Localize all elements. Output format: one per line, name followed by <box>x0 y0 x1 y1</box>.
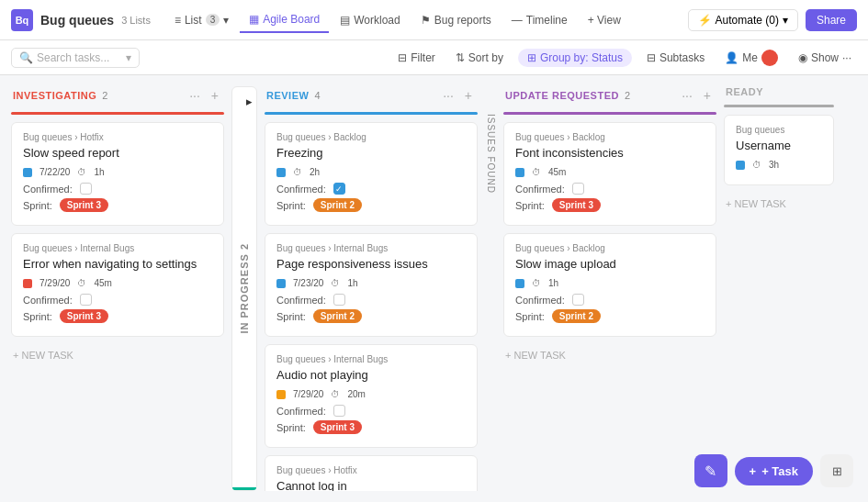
top-nav: Bq Bug queues 3 Lists ≡ List 3 ▾ ▦ Agile… <box>0 0 868 40</box>
tab-timeline[interactable]: — Timeline <box>502 8 577 32</box>
share-button[interactable]: Share <box>806 9 857 31</box>
confirmed-checkbox[interactable] <box>80 183 92 195</box>
col-title-ready: READY <box>726 86 763 97</box>
new-task-update-requested[interactable]: + NEW TASK <box>503 344 716 366</box>
card-title: Font inconsistencies <box>515 146 705 160</box>
me-button[interactable]: 👤 Me <box>719 47 783 69</box>
subtasks-button[interactable]: ⊟ Subtasks <box>641 49 710 67</box>
list-badge: 3 <box>206 14 220 26</box>
workload-icon: ▤ <box>340 14 350 27</box>
sprint-badge: Sprint 3 <box>60 198 108 212</box>
col-actions-review: ··· + <box>439 86 476 105</box>
expand-in-progress[interactable]: ▸ <box>246 95 253 108</box>
card-time: 1h <box>94 167 104 177</box>
card-sprint-row: Sprint: Sprint 3 <box>23 198 212 212</box>
show-icon: ◉ <box>798 51 807 64</box>
clock-icon: ⏱ <box>77 278 86 288</box>
automate-label: Automate (0) <box>716 14 779 27</box>
priority-flag <box>515 168 524 177</box>
search-icon: 🔍 <box>19 51 33 64</box>
card-audio-not-playing[interactable]: Bug queues › Internal Bugs Audio not pla… <box>265 344 478 448</box>
priority-flag <box>276 168 286 177</box>
col-more-update-requested[interactable]: ··· <box>678 86 696 105</box>
card-time: 3h <box>769 160 779 170</box>
search-box[interactable]: 🔍 Search tasks... ▾ <box>11 48 140 68</box>
show-button[interactable]: ◉ Show ··· <box>793 49 857 67</box>
subtasks-label: Subtasks <box>659 51 705 64</box>
priority-flag <box>276 390 286 399</box>
col-add-investigating[interactable]: + <box>208 86 222 105</box>
card-page-responsiveness[interactable]: Bug queues › Internal Bugs Page responsi… <box>265 233 478 337</box>
tab-agile-label: Agile Board <box>263 13 320 26</box>
card-title: Page responsiveness issues <box>276 257 466 271</box>
tab-add-view[interactable]: + View <box>579 8 630 32</box>
card-time: 2h <box>310 167 320 177</box>
card-time: 45m <box>94 278 111 288</box>
filter-button[interactable]: ⊟ Filter <box>392 49 441 67</box>
search-chevron: ▾ <box>126 51 131 64</box>
card-meta: 7/23/20 ⏱ 1h <box>276 278 466 288</box>
bug-reports-icon: ⚑ <box>421 14 431 27</box>
me-label: Me <box>742 51 758 64</box>
col-more-investigating[interactable]: ··· <box>186 86 204 105</box>
card-slow-speed-report[interactable]: Bug queues › Hotfix Slow speed report 7/… <box>11 122 224 226</box>
confirmed-checkbox[interactable] <box>80 294 92 306</box>
new-task-ready[interactable]: + NEW TASK <box>724 193 834 215</box>
tab-agile-board[interactable]: ▦ Agile Board <box>240 7 329 33</box>
card-username[interactable]: Bug queues Username ⏱ 3h <box>724 115 834 185</box>
col-more-review[interactable]: ··· <box>439 86 457 105</box>
col-add-update-requested[interactable]: + <box>700 86 715 105</box>
fab-grid-button[interactable]: ⊞ <box>820 454 853 487</box>
col-title-investigating: INVESTIGATING <box>13 90 96 101</box>
sort-button[interactable]: ⇅ Sort by <box>450 49 509 67</box>
col-add-review[interactable]: + <box>461 86 476 105</box>
priority-flag <box>23 279 32 288</box>
board: INVESTIGATING 2 ··· + Bug queues › Hotfi… <box>0 75 868 502</box>
subtasks-icon: ⊟ <box>647 51 656 64</box>
confirmed-checkbox[interactable] <box>572 294 584 306</box>
add-view-label: + View <box>588 14 621 27</box>
card-path: Bug queues › Backlog <box>515 132 705 142</box>
card-error-navigating[interactable]: Bug queues › Internal Bugs Error when na… <box>11 233 224 337</box>
col-divider-ready <box>724 105 834 107</box>
col-header-investigating: INVESTIGATING 2 ··· + <box>11 86 224 105</box>
fab-edit-button[interactable]: ✎ <box>694 454 727 487</box>
col-count-review: 4 <box>314 90 320 101</box>
card-path: Bug queues › Internal Bugs <box>23 243 212 253</box>
tab-timeline-label: Timeline <box>526 14 568 27</box>
card-cannot-log-in[interactable]: Bug queues › Hotfix Cannot log in 7/24/2… <box>265 455 478 491</box>
sprint-label: Sprint: <box>23 311 52 322</box>
col-header-ready: READY <box>724 86 834 97</box>
card-font-inconsistencies[interactable]: Bug queues › Backlog Font inconsistencie… <box>503 122 716 226</box>
card-meta: 7/29/20 ⏱ 45m <box>23 278 212 288</box>
sort-label: Sort by <box>468 51 503 64</box>
confirmed-checkbox-checked[interactable]: ✓ <box>333 183 345 195</box>
confirmed-checkbox[interactable] <box>572 183 584 195</box>
issues-found-label: ISSUES FOUND <box>486 114 496 194</box>
confirmed-checkbox[interactable] <box>333 294 345 306</box>
confirmed-label: Confirmed: <box>515 184 565 195</box>
card-slow-image-upload[interactable]: Bug queues › Backlog Slow image upload ⏱… <box>503 233 716 337</box>
card-date: 7/23/20 <box>293 278 323 288</box>
new-task-investigating[interactable]: + NEW TASK <box>11 344 224 366</box>
automate-button[interactable]: ⚡ Automate (0) ▾ <box>688 9 798 31</box>
group-button[interactable]: ⊞ Group by: Status <box>518 49 632 67</box>
fab-add-task-button[interactable]: + + Task <box>735 457 813 485</box>
col-divider-update-requested <box>503 112 716 115</box>
confirmed-checkbox[interactable] <box>333 405 345 417</box>
tab-workload[interactable]: ▤ Workload <box>331 8 409 32</box>
card-title: Slow speed report <box>23 146 212 160</box>
card-freezing[interactable]: Bug queues › Backlog Freezing ⏱ 2h Confi… <box>265 122 478 226</box>
edit-icon: ✎ <box>705 463 716 480</box>
col-actions-investigating: ··· + <box>186 86 222 105</box>
card-confirmed-row: Confirmed: <box>515 294 705 306</box>
tab-bug-reports[interactable]: ⚑ Bug reports <box>411 8 501 32</box>
tab-list[interactable]: ≡ List 3 ▾ <box>165 8 238 32</box>
agile-icon: ▦ <box>249 13 259 26</box>
nav-tabs: ≡ List 3 ▾ ▦ Agile Board ▤ Workload ⚑ Bu… <box>165 7 684 33</box>
confirmed-label: Confirmed: <box>276 295 326 306</box>
priority-flag <box>736 161 745 170</box>
search-input[interactable]: Search tasks... <box>37 51 109 64</box>
tab-workload-label: Workload <box>354 14 400 27</box>
show-more-icon: ··· <box>842 51 851 64</box>
